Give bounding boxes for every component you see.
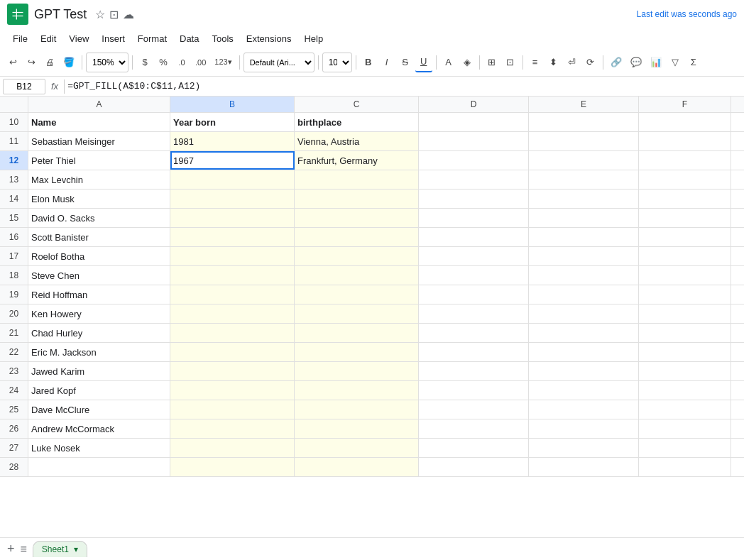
cell-col-f-12[interactable] bbox=[639, 151, 731, 170]
cell-col-b-16[interactable] bbox=[170, 228, 295, 246]
row-number-21[interactable]: 21 bbox=[0, 324, 28, 342]
col-header-f[interactable]: F bbox=[639, 97, 731, 112]
cell-col-d-15[interactable] bbox=[419, 209, 529, 227]
cell-col-e-25[interactable] bbox=[529, 400, 639, 419]
cell-col-b-14[interactable] bbox=[170, 190, 295, 208]
cell-col-c-13[interactable] bbox=[295, 170, 419, 189]
cell-col-e-26[interactable] bbox=[529, 419, 639, 438]
chart-button[interactable]: 📊 bbox=[647, 53, 665, 72]
cell-reference-input[interactable] bbox=[3, 79, 45, 94]
cell-col-b-12[interactable]: 1967 bbox=[170, 151, 295, 170]
underline-button[interactable]: U bbox=[415, 53, 432, 72]
row-number-22[interactable]: 22 bbox=[0, 343, 28, 361]
row-number-11[interactable]: 11 bbox=[0, 132, 28, 150]
cell-col-b-17[interactable] bbox=[170, 247, 295, 265]
cell-col-a-20[interactable]: Ken Howery bbox=[28, 304, 170, 323]
filter-button[interactable]: ▽ bbox=[667, 53, 684, 72]
cell-col-f-20[interactable] bbox=[639, 304, 731, 323]
cell-col-c-15[interactable] bbox=[295, 209, 419, 227]
col-header-c[interactable]: C bbox=[295, 97, 419, 112]
cell-col-b-28[interactable] bbox=[170, 458, 295, 476]
h-align-button[interactable]: ≡ bbox=[527, 53, 544, 72]
cell-col-c-11[interactable]: Vienna, Austria bbox=[295, 132, 419, 150]
cell-col-d-26[interactable] bbox=[419, 419, 529, 438]
cell-col-c-19[interactable] bbox=[295, 285, 419, 304]
cell-col-c-12[interactable]: Frankfurt, Germany bbox=[295, 151, 419, 170]
row-number-18[interactable]: 18 bbox=[0, 266, 28, 285]
cell-col-d-17[interactable] bbox=[419, 247, 529, 265]
cell-col-a-17[interactable]: Roelof Botha bbox=[28, 247, 170, 265]
cell-col-e-16[interactable] bbox=[529, 228, 639, 246]
cell-col-a-24[interactable]: Jared Kopf bbox=[28, 381, 170, 400]
star-icon[interactable]: ☆ bbox=[95, 8, 105, 21]
undo-button[interactable]: ↩ bbox=[4, 53, 21, 72]
cell-col-a-22[interactable]: Eric M. Jackson bbox=[28, 343, 170, 361]
cell-col-f-25[interactable] bbox=[639, 400, 731, 419]
cell-col-a-26[interactable]: Andrew McCormack bbox=[28, 419, 170, 438]
cell-col-f-15[interactable] bbox=[639, 209, 731, 227]
cell-col-a-13[interactable]: Max Levchin bbox=[28, 170, 170, 189]
cell-col-d-19[interactable] bbox=[419, 285, 529, 304]
cell-col-f-11[interactable] bbox=[639, 132, 731, 150]
cell-col-f-24[interactable] bbox=[639, 381, 731, 400]
cell-col-a-25[interactable]: Dave McClure bbox=[28, 400, 170, 419]
cell-col-b-26[interactable] bbox=[170, 419, 295, 438]
sheet-list-button[interactable]: ≡ bbox=[21, 543, 27, 556]
cell-col-a-11[interactable]: Sebastian Meisinger bbox=[28, 132, 170, 150]
cell-col-f-26[interactable] bbox=[639, 419, 731, 438]
cell-col-a-16[interactable]: Scott Banister bbox=[28, 228, 170, 246]
italic-button[interactable]: I bbox=[378, 53, 395, 72]
cell-col-a-21[interactable]: Chad Hurley bbox=[28, 324, 170, 342]
dec-decr-button[interactable]: .0 bbox=[173, 53, 190, 72]
row-number-15[interactable]: 15 bbox=[0, 209, 28, 227]
cell-col-f-19[interactable] bbox=[639, 285, 731, 304]
cell-col-e-21[interactable] bbox=[529, 324, 639, 342]
cell-col-b-21[interactable] bbox=[170, 324, 295, 342]
cell-col-e-12[interactable] bbox=[529, 151, 639, 170]
cell-col-a-28[interactable] bbox=[28, 458, 170, 476]
font-size-select[interactable]: 10 11 12 bbox=[322, 53, 352, 72]
cell-col-f-27[interactable] bbox=[639, 439, 731, 457]
cell-col-a-15[interactable]: David O. Sacks bbox=[28, 209, 170, 227]
cell-col-d-12[interactable] bbox=[419, 151, 529, 170]
cell-col-c-16[interactable] bbox=[295, 228, 419, 246]
cell-col-f-22[interactable] bbox=[639, 343, 731, 361]
row-number-13[interactable]: 13 bbox=[0, 170, 28, 189]
cell-col-c-18[interactable] bbox=[295, 266, 419, 285]
cell-col-d-25[interactable] bbox=[419, 400, 529, 419]
formula-input[interactable] bbox=[67, 79, 741, 94]
cell-col-c-25[interactable] bbox=[295, 400, 419, 419]
cell-col-f-14[interactable] bbox=[639, 190, 731, 208]
row-number-27[interactable]: 27 bbox=[0, 439, 28, 457]
cell-col-c-20[interactable] bbox=[295, 304, 419, 323]
print-button[interactable]: 🖨 bbox=[41, 53, 58, 72]
cell-col-f-16[interactable] bbox=[639, 228, 731, 246]
v-align-button[interactable]: ⬍ bbox=[545, 53, 562, 72]
cell-col-b-23[interactable] bbox=[170, 362, 295, 380]
cell-col-c-23[interactable] bbox=[295, 362, 419, 380]
cell-col-b-20[interactable] bbox=[170, 304, 295, 323]
currency-button[interactable]: $ bbox=[136, 53, 153, 72]
cell-col-d-22[interactable] bbox=[419, 343, 529, 361]
cell-col-f-17[interactable] bbox=[639, 247, 731, 265]
cell-col-a-23[interactable]: Jawed Karim bbox=[28, 362, 170, 380]
zoom-select[interactable]: 150% 100% 75% bbox=[86, 53, 128, 72]
cell-col-e-15[interactable] bbox=[529, 209, 639, 227]
cell-col-f-18[interactable] bbox=[639, 266, 731, 285]
menu-item-format[interactable]: Format bbox=[132, 31, 173, 46]
row-number-19[interactable]: 19 bbox=[0, 285, 28, 304]
cell-col-a-14[interactable]: Elon Musk bbox=[28, 190, 170, 208]
cell-col-d-10[interactable] bbox=[419, 113, 529, 131]
row-number-24[interactable]: 24 bbox=[0, 381, 28, 400]
font-family-select[interactable]: Default (Ari... Arial bbox=[244, 53, 314, 72]
cell-col-c-27[interactable] bbox=[295, 439, 419, 457]
menu-item-insert[interactable]: Insert bbox=[96, 31, 131, 46]
menu-item-view[interactable]: View bbox=[63, 31, 94, 46]
fill-color-button[interactable]: ◈ bbox=[459, 53, 476, 72]
cell-col-d-20[interactable] bbox=[419, 304, 529, 323]
cell-col-f-10[interactable] bbox=[639, 113, 731, 131]
cell-col-b-11[interactable]: 1981 bbox=[170, 132, 295, 150]
cell-col-e-27[interactable] bbox=[529, 439, 639, 457]
comment-button[interactable]: 💬 bbox=[627, 53, 645, 72]
redo-button[interactable]: ↪ bbox=[23, 53, 40, 72]
